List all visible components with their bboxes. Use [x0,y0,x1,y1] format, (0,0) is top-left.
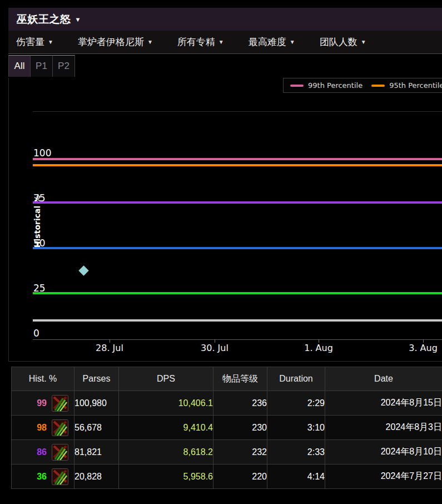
parses-value: 100,980 [75,391,119,416]
plot-top-gridline [33,111,442,112]
duration-value: 4:14 [267,465,325,489]
x-tick-label: 28. Jul [85,343,135,353]
item-level-value: 230 [213,416,267,440]
y-tick-label: 100 [33,147,51,159]
spec-ability-icon [52,468,68,485]
date-value: 2024年8月3日 [325,416,442,440]
y-tick-label: 75 [33,192,46,204]
nav-dropdown-2[interactable]: 所有专精▼ [177,36,224,48]
nav-dropdown-label: 掌炉者伊格尼斯 [78,36,144,48]
y-tick-label: 50 [33,238,46,249]
series-line-2 [33,201,442,204]
spec-ability-icon [52,419,68,436]
column-header-0[interactable]: Hist. % [12,367,75,391]
rank-table-row[interactable]: 3620,8285,958.62204:142024年7月27日 [12,465,442,489]
y-tick-label: 0 [33,328,39,339]
nav-dropdown-label: 团队人数 [320,36,357,48]
date-value: 2024年7月27日 [325,465,442,489]
hist-percent-value[interactable]: 99 [37,398,47,408]
column-header-4[interactable]: Duration [267,367,325,391]
column-header-1[interactable]: Parses [75,367,119,391]
hist-percent-value[interactable]: 98 [37,423,47,433]
series-line-4 [33,292,442,294]
dps-value: 5,958.6 [119,465,213,489]
nav-dropdown-3[interactable]: 最高难度▼ [249,36,295,48]
spec-ability-icon [52,444,68,461]
duration-value: 3:10 [267,416,325,440]
dps-value: 10,406.1 [119,391,213,416]
y-tick-label: 25 [33,283,46,294]
chevron-down-icon: ▼ [75,16,81,23]
legend-label: 99th Percentile [308,81,362,90]
hist-percent-cell: 98 [12,419,74,436]
duration-value: 2:33 [267,440,325,465]
nav-dropdown-0[interactable]: 伤害量▼ [16,36,53,48]
phase-tab-strip: AllP1P2 [8,54,442,78]
nav-dropdown-4[interactable]: 团队人数▼ [320,36,366,48]
expansion-title-bar[interactable]: 巫妖王之怒 ▼ [8,8,442,31]
nav-dropdown-label: 伤害量 [16,36,44,48]
parses-value: 20,828 [75,465,119,489]
duration-value: 2:29 [267,391,325,416]
filter-nav-bar: 伤害量▼掌炉者伊格尼斯▼所有专精▼最高难度▼团队人数▼ [8,31,442,54]
chevron-down-icon: ▼ [361,39,366,45]
legend-item-0[interactable]: 99th Percentile [290,81,362,90]
nav-dropdown-1[interactable]: 掌炉者伊格尼斯▼ [78,36,153,48]
legend-dash-icon [371,85,385,87]
chevron-down-icon: ▼ [147,39,153,45]
chevron-down-icon: ▼ [290,39,295,45]
rank-table-row[interactable]: 99100,98010,406.12362:292024年8月15日 [12,391,442,416]
hist-percent-value[interactable]: 86 [37,447,47,457]
date-value: 2024年8月15日 [325,391,442,416]
legend-item-1[interactable]: 95th Percentile [371,81,442,90]
parse-data-point[interactable] [78,266,88,276]
x-axis-line [33,339,442,340]
tab-p1[interactable]: P1 [31,55,53,77]
hist-percent-cell: 99 [12,395,74,412]
x-tick-label: 30. Jul [190,343,240,353]
dps-value: 9,410.4 [119,416,213,440]
hist-percent-value[interactable]: 36 [37,472,47,482]
series-line-3 [33,247,442,249]
series-line-1 [33,164,442,166]
column-header-3[interactable]: 物品等级 [213,367,267,391]
hist-percent-cell: 36 [12,468,74,485]
parses-value: 56,678 [75,416,119,440]
tab-p2[interactable]: P2 [53,55,75,77]
parses-value: 81,821 [75,440,119,465]
expansion-title: 巫妖王之怒 [17,12,71,27]
rank-table-row[interactable]: 9856,6789,410.42303:102024年8月3日 [12,416,442,440]
spec-ability-icon [52,395,68,412]
legend-dash-icon [290,85,304,87]
legend-label: 95th Percentile [389,81,442,90]
table-header-row: Hist. %ParsesDPS物品等级DurationDate [12,367,442,391]
chevron-down-icon: ▼ [218,39,224,45]
x-tick-label: 1. Aug [294,343,344,353]
item-level-value: 236 [213,391,267,416]
rank-table-row[interactable]: 8681,8218,618.22322:332024年8月10日 [12,440,442,465]
column-header-5[interactable]: Date [325,367,442,391]
chart-legend: 99th Percentile95th Percentile [283,78,442,93]
series-line-0 [33,158,442,160]
series-line-5 [33,319,442,322]
item-level-value: 232 [213,440,267,465]
chevron-down-icon: ▼ [48,39,53,45]
rankings-table: Hist. %ParsesDPS物品等级DurationDate 99100,9… [11,367,442,489]
hist-percent-cell: 86 [12,444,74,461]
column-header-2[interactable]: DPS [119,367,213,391]
x-tick-label: 3. Aug [398,343,442,353]
dps-value: 8,618.2 [119,440,213,465]
historical-percentile-chart: Historical % 99th Percentile95th Percent… [8,78,442,362]
nav-dropdown-label: 所有专精 [177,36,215,48]
item-level-value: 220 [213,465,267,489]
tab-all[interactable]: All [8,55,31,77]
date-value: 2024年8月10日 [325,440,442,465]
nav-dropdown-label: 最高难度 [249,36,286,48]
